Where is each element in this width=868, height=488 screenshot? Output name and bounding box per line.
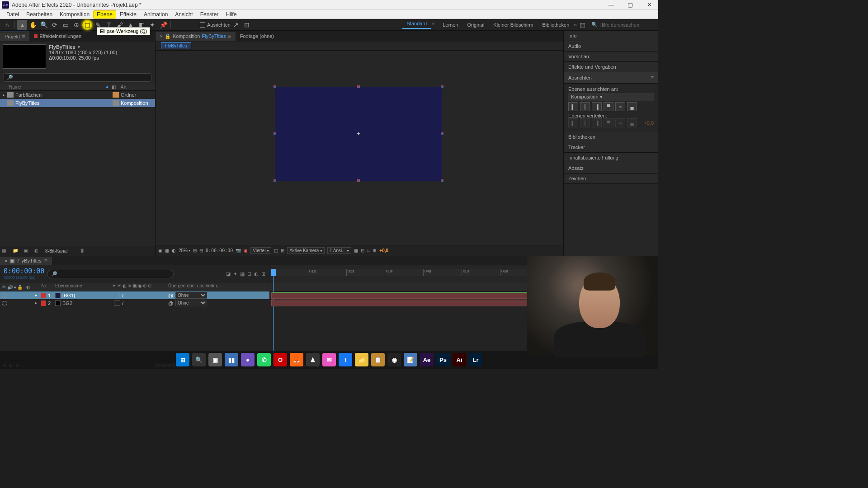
panel-content-fill[interactable]: Inhaltsbasierte Füllung [564,153,658,163]
taskbar-app[interactable]: ▣ [208,353,222,366]
taskbar-app[interactable]: ✆ [257,353,271,366]
col-header-name[interactable]: Name [3,84,105,89]
comp-thumbnail[interactable] [3,44,46,69]
panel-preview[interactable]: Vorschau [564,52,658,62]
comp-name-label[interactable]: FlyByTitles▼ [49,44,152,50]
snapshot-icon[interactable]: 📷 [236,248,241,253]
fast-prev-icon[interactable]: ⊡ [361,248,364,253]
camera-select[interactable]: Aktive Kamera ▾ [287,247,325,254]
panel-align[interactable]: Ausrichten≡ [564,72,658,84]
taskbar-app[interactable]: 🦊 [290,353,303,366]
workspace-lernen[interactable]: Lernen [438,22,462,28]
tab-composition[interactable]: × 🔒 Komposition FlyByTitles ≡ [156,32,236,41]
tab-effect-controls[interactable]: Effekteinstellungen [29,32,86,40]
timeline-timecode[interactable]: 0:00:00:00 [4,267,42,275]
align-vcenter-icon[interactable]: ━ [615,102,625,111]
taskbar-app[interactable]: Lr [469,353,482,366]
snap-checkbox[interactable] [200,22,205,28]
taskbar-app[interactable]: Ps [436,353,450,366]
home-tool[interactable]: ⌂ [2,20,12,30]
taskbar-app[interactable]: Ai [453,353,466,366]
menu-ansicht[interactable]: Ansicht [171,10,196,19]
taskbar-app[interactable]: O [274,353,287,366]
shy-icon[interactable]: ◐ [26,285,30,290]
channel-icon[interactable]: ◉ [244,248,248,253]
transparency-icon[interactable]: ▦ [165,248,169,253]
roi-icon[interactable]: ▢ [274,248,278,253]
panel-tracker[interactable]: Tracker [564,142,658,153]
bit-depth-label[interactable]: 8-Bit-Kanal [45,249,67,253]
taskbar-app[interactable]: ♟ [306,353,320,366]
snap-more-icon[interactable]: ⊡ [242,20,252,30]
menu-datei[interactable]: Datei [3,10,23,19]
project-search[interactable]: 🔎 [4,73,151,82]
menu-hilfe[interactable]: Hilfe [222,10,240,19]
taskbar-app[interactable]: 📁 [355,353,368,366]
help-search-input[interactable] [599,22,654,28]
help-search[interactable]: 🔍 [591,22,654,28]
layer-row[interactable]: ▸2BG2/@Ohne [0,299,269,307]
taskbar-app[interactable]: f [339,353,352,366]
maximize-button[interactable]: ▢ [625,1,636,8]
viewer-timecode[interactable]: 0:00:00:00 [206,248,233,253]
menu-effekte[interactable]: Effekte [116,10,140,19]
panel-audio[interactable]: Audio [564,41,658,52]
orbit-tool[interactable]: ⟳ [50,20,60,30]
grid-icon[interactable]: ⊞ [281,248,284,253]
project-row[interactable]: ▸FarbflächenOrdner [0,91,155,99]
comp-flow-icon[interactable]: ⚙ [373,248,377,253]
align-top-icon[interactable]: ▀ [604,102,613,111]
res-full-icon[interactable]: ⊞ [193,248,197,253]
comp-mini-1-icon[interactable]: ◪ [226,271,231,277]
tab-footage[interactable]: Footage (ohne) [236,32,278,40]
taskbar-app[interactable]: 🔍 [192,353,206,366]
hand-tool[interactable]: ✋ [28,20,38,30]
panel-info[interactable]: Info [564,31,658,41]
pan-behind-tool[interactable]: ⊕ [71,20,81,30]
label-header-icon[interactable]: ◧ [112,84,121,89]
resolution-select[interactable]: Viertel ▾ [250,247,271,254]
align-left-icon[interactable]: ▌ [568,102,578,111]
always-preview-icon[interactable]: ▣ [158,248,162,253]
playhead[interactable] [271,269,276,276]
minimize-button[interactable]: — [606,1,617,8]
selection-tool[interactable]: ▴ [17,20,27,30]
zoom-tool[interactable]: 🔍 [39,20,49,30]
workspace-overflow-icon[interactable]: » [574,22,577,28]
interpret-icon[interactable]: ▦ [2,248,9,254]
panel-effects[interactable]: Effekte und Vorgaben [564,62,658,72]
align-to-select[interactable]: Komposition ▾ [568,93,654,101]
comp-mini-5-icon[interactable]: ◐ [254,271,259,277]
lock-icon[interactable]: 🔒 [165,33,171,39]
depth-icon[interactable]: ◐ [34,248,42,254]
workspace-original[interactable]: Original [462,22,489,28]
taskbar-app[interactable]: ● [241,353,255,366]
layer-row[interactable]: ▸1[BG1]/@Ohne [0,291,269,299]
anchor-point-icon[interactable]: ✦ [355,131,362,137]
align-bottom-icon[interactable]: ▄ [627,102,637,111]
av-solo-icon[interactable]: ● [14,285,16,290]
close-button[interactable]: ✕ [644,1,655,8]
trash-icon[interactable]: 🗑 [80,248,87,254]
av-speaker-icon[interactable]: 🔊 [7,285,13,290]
snap-opts-icon[interactable]: ↗ [231,20,241,30]
mask-icon[interactable]: ◐ [172,248,176,253]
taskbar-app[interactable]: 📋 [371,353,385,366]
composition-viewer[interactable]: ✦ [156,51,563,245]
comp-mini-4-icon[interactable]: ⊡ [247,271,251,277]
workspace-panel-icon[interactable]: ▦ [577,20,587,30]
new-folder-icon[interactable]: 📁 [13,248,20,254]
timeline-tab[interactable]: × ▣ FlyByTitles ≡ [0,257,52,265]
project-row[interactable]: FlyByTitlesKomposition [0,99,155,107]
timeline-search[interactable]: 🔎 [47,270,174,278]
panel-libraries[interactable]: Bibliotheken [564,132,658,142]
comp-mini-3-icon[interactable]: ▦ [240,271,245,277]
taskbar-app[interactable]: ◉ [387,353,401,366]
puppet-tool[interactable]: 📌 [158,20,168,30]
rotation-tool[interactable]: ▭ [61,20,71,30]
tab-project[interactable]: Projekt≡ [0,32,29,41]
menu-komposition[interactable]: Komposition [56,10,93,19]
taskbar-app[interactable]: ⊞ [176,353,189,366]
taskbar-app[interactable]: ▮▮ [225,353,238,366]
comp-mini-2-icon[interactable]: ✦ [233,271,237,277]
